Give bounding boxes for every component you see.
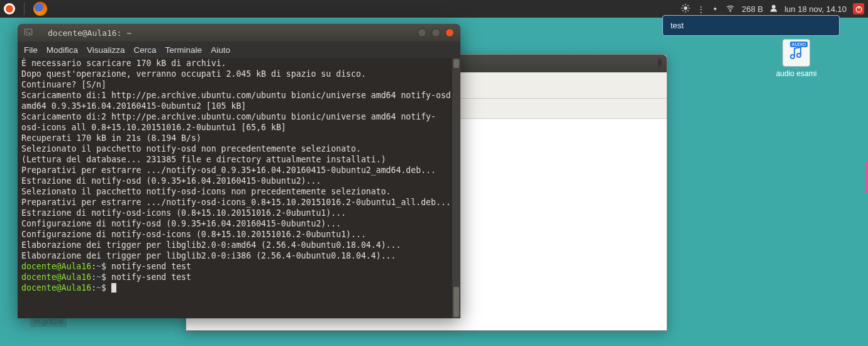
right-edge-indicator xyxy=(865,162,868,193)
scroll-up-icon[interactable] xyxy=(453,59,459,68)
menu-terminal[interactable]: Terminale xyxy=(165,45,203,55)
desktop-icon-audio-esami[interactable]: AUDIO audio esami xyxy=(771,39,821,78)
notification-text: test xyxy=(670,21,684,30)
separator xyxy=(24,3,25,15)
svg-line-5 xyxy=(682,5,683,6)
audio-badge: AUDIO xyxy=(790,42,808,47)
menu-edit[interactable]: Modifica xyxy=(47,45,78,55)
term-titlebar[interactable]: docente@Aula16: ~ xyxy=(18,24,460,42)
svg-rect-16 xyxy=(25,29,32,35)
terminal-title: docente@Aula16: ~ xyxy=(33,28,418,38)
net-updown-icon[interactable] xyxy=(711,4,719,14)
wifi-icon[interactable] xyxy=(725,4,735,14)
power-icon[interactable] xyxy=(853,3,864,14)
music-note-icon xyxy=(789,45,804,60)
firefox-icon[interactable] xyxy=(33,2,47,16)
notification-bubble[interactable]: test xyxy=(662,15,840,36)
menu-view[interactable]: Visualizza xyxy=(87,45,125,55)
net-speed: 268 B xyxy=(742,4,763,14)
menu-file[interactable]: File xyxy=(24,45,38,55)
svg-point-10 xyxy=(772,4,776,8)
terminal-app-icon xyxy=(24,28,33,38)
menu-search[interactable]: Cerca xyxy=(134,45,157,55)
terminal-output[interactable]: È necessario scaricare 170 kB di archivi… xyxy=(21,58,452,316)
svg-line-8 xyxy=(688,5,689,6)
menu-help[interactable]: Aiuto xyxy=(211,45,230,55)
menu-dots-icon[interactable]: ⋮ xyxy=(697,4,705,14)
minimize-button[interactable] xyxy=(418,28,426,37)
svg-point-9 xyxy=(730,11,731,11)
close-button[interactable] xyxy=(660,57,662,69)
close-button[interactable] xyxy=(445,28,454,37)
term-menubar: File Modifica Visualizza Cerca Terminale… xyxy=(18,42,460,58)
scrollbar[interactable] xyxy=(452,58,460,318)
scrollbar-thumb[interactable] xyxy=(453,287,459,317)
svg-line-7 xyxy=(682,10,683,11)
svg-line-6 xyxy=(688,10,689,11)
maximize-button[interactable] xyxy=(431,28,440,37)
user-icon[interactable] xyxy=(769,4,778,14)
desktop-icon-label: audio esami xyxy=(776,69,817,78)
terminal-window: docente@Aula16: ~ File Modifica Visualiz… xyxy=(18,24,460,318)
clock[interactable]: lun 18 nov, 14.10 xyxy=(784,4,847,14)
brightness-icon[interactable] xyxy=(681,3,691,15)
ubuntu-logo-icon[interactable] xyxy=(4,3,15,14)
svg-point-0 xyxy=(684,6,687,9)
